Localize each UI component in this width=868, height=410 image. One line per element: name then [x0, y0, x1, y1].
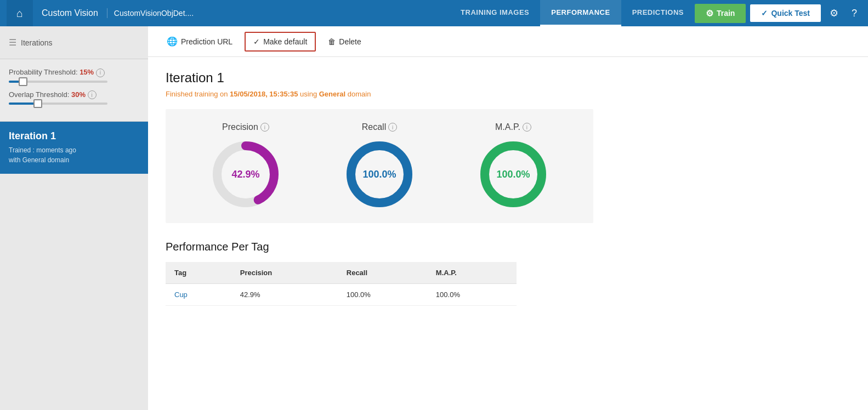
- iteration-title: Iteration 1: [166, 70, 850, 86]
- nav-training-images[interactable]: TRAINING IMAGES: [450, 0, 540, 26]
- trash-icon: 🗑: [328, 37, 336, 46]
- overlap-slider-track: [9, 102, 107, 105]
- performance-per-tag-title: Performance Per Tag: [166, 241, 850, 253]
- delete-button[interactable]: 🗑 Delete: [320, 33, 368, 50]
- precision-value: 42.9%: [231, 169, 259, 180]
- row-map: 100.0%: [427, 284, 517, 306]
- quick-test-button[interactable]: ✓ Quick Test: [750, 4, 821, 22]
- main-layout: ☰ Iterations Probability Threshold: 15% …: [0, 26, 868, 410]
- project-name: CustomVisionObjDet....: [114, 9, 450, 18]
- probability-slider-track: [9, 81, 107, 83]
- nav-predictions[interactable]: PREDICTIONS: [621, 0, 695, 26]
- precision-info-icon[interactable]: i: [260, 123, 269, 132]
- tag-table: Tag Precision Recall M.A.P. Cup42.9%100.…: [166, 262, 517, 306]
- iterations-icon: ☰: [9, 37, 16, 48]
- precision-donut: 42.9%: [210, 139, 281, 210]
- iteration-list-item[interactable]: Iteration 1 Trained : moments ago with G…: [0, 122, 148, 174]
- metrics-box: Precision i 42.9% Recall: [166, 109, 593, 223]
- map-label: M.A.P. i: [495, 122, 531, 132]
- precision-metric: Precision i 42.9%: [210, 122, 281, 210]
- content-area: 🌐 Prediction URL ✓ Make default 🗑 Delete…: [148, 26, 868, 410]
- iteration-item-domain: with General domain: [9, 155, 139, 165]
- probability-threshold-row: Probability Threshold: 15% i: [9, 68, 139, 83]
- probability-slider-thumb[interactable]: [19, 77, 27, 86]
- main-nav: TRAINING IMAGES PERFORMANCE PREDICTIONS: [450, 0, 695, 26]
- recall-info-icon[interactable]: i: [388, 123, 397, 132]
- training-info: Finished training on 15/05/2018, 15:35:3…: [166, 90, 850, 98]
- header: ⌂ Custom Vision CustomVisionObjDet.... T…: [0, 0, 868, 26]
- map-value: 100.0%: [496, 169, 530, 180]
- map-info-icon[interactable]: i: [523, 123, 531, 132]
- sidebar-controls: Probability Threshold: 15% i Overlap Thr…: [0, 59, 148, 122]
- tag-table-body: Cup42.9%100.0%100.0%: [166, 284, 517, 306]
- overlap-slider-thumb[interactable]: [33, 99, 42, 108]
- probability-info-icon[interactable]: i: [96, 69, 105, 77]
- nav-performance[interactable]: PERFORMANCE: [540, 0, 621, 26]
- map-donut: 100.0%: [478, 139, 549, 210]
- col-tag: Tag: [166, 262, 231, 284]
- home-icon: ⌂: [16, 7, 23, 20]
- col-precision: Precision: [231, 262, 338, 284]
- precision-label: Precision i: [222, 122, 269, 132]
- map-metric: M.A.P. i 100.0%: [478, 122, 549, 210]
- recall-donut: 100.0%: [344, 139, 415, 210]
- help-button[interactable]: ?: [847, 8, 861, 19]
- check-icon: ✓: [253, 37, 260, 46]
- row-recall: 100.0%: [338, 284, 427, 306]
- recall-metric: Recall i 100.0%: [344, 122, 415, 210]
- globe-icon: 🌐: [167, 36, 178, 47]
- col-map: M.A.P.: [427, 262, 517, 284]
- tag-table-head: Tag Precision Recall M.A.P.: [166, 262, 517, 284]
- make-default-button[interactable]: ✓ Make default: [245, 32, 316, 52]
- row-precision: 42.9%: [231, 284, 338, 306]
- check-icon: ✓: [761, 9, 768, 18]
- probability-label: Probability Threshold: 15% i: [9, 68, 139, 77]
- iteration-item-trained: Trained : moments ago: [9, 145, 139, 155]
- overlap-label: Overlap Threshold: 30% i: [9, 90, 139, 100]
- iterations-label: Iterations: [21, 38, 53, 47]
- content-body: Iteration 1 Finished training on 15/05/2…: [148, 57, 868, 319]
- iteration-item-title: Iteration 1: [9, 130, 139, 142]
- overlap-threshold-row: Overlap Threshold: 30% i: [9, 90, 139, 105]
- train-button[interactable]: ⚙ Train: [695, 4, 746, 23]
- prediction-url-button[interactable]: 🌐 Prediction URL: [159, 32, 240, 51]
- overlap-info-icon[interactable]: i: [88, 90, 97, 99]
- training-date: 15/05/2018, 15:35:35: [230, 90, 298, 98]
- recall-label: Recall i: [362, 122, 397, 132]
- sidebar: ☰ Iterations Probability Threshold: 15% …: [0, 26, 148, 410]
- tag-link[interactable]: Cup: [174, 291, 188, 299]
- toolbar: 🌐 Prediction URL ✓ Make default 🗑 Delete: [148, 26, 868, 57]
- table-header-row: Tag Precision Recall M.A.P.: [166, 262, 517, 284]
- header-actions: ⚙ Train ✓ Quick Test ⚙ ?: [695, 4, 861, 23]
- app-name: Custom Vision: [33, 8, 107, 18]
- settings-button[interactable]: ⚙: [825, 7, 843, 19]
- col-recall: Recall: [338, 262, 427, 284]
- gear-icon: ⚙: [706, 8, 713, 19]
- recall-value: 100.0%: [362, 169, 396, 180]
- training-domain: General: [319, 90, 345, 98]
- table-row: Cup42.9%100.0%100.0%: [166, 284, 517, 306]
- home-button[interactable]: ⌂: [7, 0, 33, 26]
- iterations-header: ☰ Iterations: [0, 26, 148, 59]
